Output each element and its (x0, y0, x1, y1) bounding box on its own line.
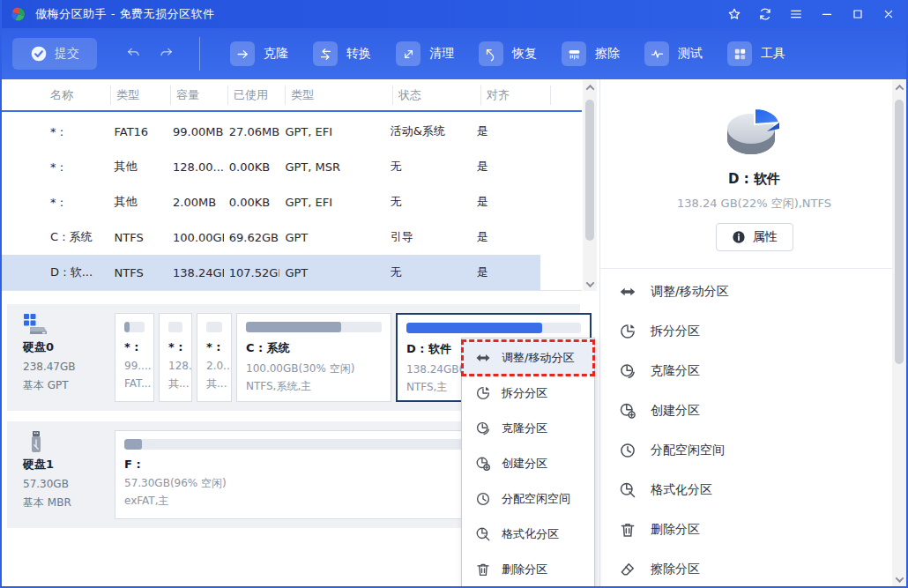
refresh-icon[interactable] (753, 3, 778, 26)
partition-filesystem: 其... (206, 375, 222, 392)
table-cell: 128.00... (167, 160, 224, 174)
column-header[interactable]: 已使用 (227, 86, 285, 105)
column-header[interactable]: 名称 (0, 86, 110, 105)
partition-filesystem: NTFS,系统,主 (246, 377, 382, 395)
context-menu-item[interactable]: 克隆分区 (462, 411, 594, 446)
context-menu-item[interactable]: 分配空闲空间 (462, 481, 594, 517)
table-cell: NTFS (108, 266, 167, 279)
table-scrollbar[interactable] (583, 80, 597, 291)
context-menu-item-label: 分配空闲空间 (502, 491, 570, 507)
scroll-up-arrow[interactable] (583, 80, 597, 94)
disk-info[interactable]: 硬盘0238.47GB基本 GPT (23, 313, 111, 393)
partition-size: 128... (168, 357, 182, 375)
disk-capacity: 57.30GB (23, 478, 111, 490)
scroll-down-arrow[interactable] (583, 277, 597, 291)
scrollbar-thumb[interactable] (585, 100, 594, 241)
maximize-button[interactable] (845, 3, 870, 26)
toolbar-button-tools-grid[interactable]: 工具 (722, 38, 791, 70)
titlebar: 傲梅分区助手 - 免费无损分区软件 (0, 0, 908, 28)
restore-arrow-icon (479, 41, 503, 66)
disk-info[interactable]: 硬盘157.30GB基本 MBR (23, 430, 111, 510)
context-menu-item[interactable]: 删除分区 (462, 552, 594, 587)
table-cell: 其他 (108, 194, 167, 210)
table-row[interactable]: * :FAT1699.00MB27.06MBGPT, EFI活动&系统是 (0, 114, 540, 149)
partition-box[interactable]: * :128...其... (159, 313, 192, 402)
clean-arrows-icon (396, 41, 421, 66)
sidebar-action-format-pie[interactable]: 格式化分区 (600, 470, 908, 510)
hdd-icon (23, 313, 49, 336)
context-menu-item[interactable]: 调整/移动分区 (462, 340, 594, 376)
toolbar-button-restore-arrow[interactable]: 恢复 (473, 38, 542, 70)
sidebar-action-resize-move[interactable]: 调整/移动分区 (600, 272, 908, 311)
toolbar-button-waveform[interactable]: 测试 (639, 38, 708, 70)
table-cell: 2.00MB (167, 196, 224, 209)
partition-box[interactable]: C : 系统100.00GB(30% 空闲)NTFS,系统,主 (236, 313, 391, 402)
menu-hamburger-icon[interactable] (784, 3, 808, 26)
table-cell: GPT (279, 231, 384, 244)
toolbar-button-convert-arrows[interactable]: 转换 (308, 38, 376, 70)
table-cell: 100.00GB (167, 231, 224, 244)
context-menu-item-label: 拆分分区 (502, 385, 547, 401)
sidebar-action-split-pie[interactable]: 拆分分区 (600, 311, 908, 351)
toolbar-button-label: 转换 (346, 46, 371, 62)
sidebar-action-clock[interactable]: 分配空闲空间 (600, 430, 908, 470)
sidebar-scrollbar[interactable] (892, 80, 906, 586)
partition-size: 100.00GB(30% 空闲) (246, 360, 382, 377)
sidebar-action-create-pie[interactable]: 创建分区 (600, 391, 908, 430)
column-header[interactable]: 状态 (392, 86, 480, 105)
close-button[interactable] (876, 3, 901, 26)
toolbar-button-shredder[interactable]: 擦除 (556, 38, 625, 70)
sidebar-action-clone-pie[interactable]: 克隆分区 (600, 351, 908, 391)
table-row[interactable]: * :其他128.00...0.00KBGPT, MSR无是 (0, 149, 540, 184)
undo-icon[interactable] (125, 44, 145, 63)
context-menu-item[interactable]: 拆分分区 (462, 376, 594, 411)
table-row[interactable]: * :其他2.00MB0.00KBGPT, EFI无是 (0, 184, 540, 220)
scroll-up-arrow[interactable] (892, 80, 906, 94)
table-row[interactable]: D : 软...NTFS138.24GB107.52GBGPT无是 (0, 255, 540, 290)
table-cell: NTFS (108, 231, 167, 244)
table-row[interactable]: C : 系统NTFS100.00GB69.62GBGPT引导是 (0, 220, 540, 255)
toolbar-button-clone-arrow[interactable]: 克隆 (225, 38, 294, 70)
sidebar-action-trash[interactable]: 删除分区 (600, 510, 908, 549)
table-cell: 0.00KB (224, 160, 280, 174)
clone-pie-icon (619, 362, 636, 380)
table-cell: 活动&系统 (385, 123, 472, 139)
sidebar-action-label: 格式化分区 (651, 482, 712, 498)
scrollbar-thumb[interactable] (895, 100, 904, 364)
column-header[interactable]: 类型 (285, 86, 392, 105)
partition-pie-chart (718, 106, 792, 162)
properties-label: 属性 (753, 229, 778, 245)
column-header[interactable]: 类型 (110, 86, 170, 105)
context-menu-item[interactable]: 格式化分区 (462, 517, 594, 552)
scroll-down-arrow[interactable] (892, 572, 906, 586)
table-cell: 107.52GB (224, 266, 280, 279)
disk-name: 硬盘0 (23, 339, 111, 355)
column-header[interactable]: 容量 (170, 86, 227, 105)
partition-box[interactable]: * :2.0...其... (197, 313, 232, 402)
context-menu-item[interactable]: 创建分区 (462, 446, 594, 481)
sidebar-action-label: 删除分区 (651, 522, 700, 538)
table-cell: C : 系统 (0, 229, 108, 245)
submit-button[interactable]: 提交 (12, 38, 97, 70)
favorite-star-icon[interactable] (722, 3, 747, 26)
column-header[interactable]: 对齐 (480, 86, 551, 105)
toolbar-button-clean-arrows[interactable]: 清理 (391, 38, 459, 70)
create-pie-icon (475, 456, 491, 472)
context-menu: 调整/移动分区拆分分区克隆分区创建分区分配空闲空间格式化分区删除分区 (461, 338, 595, 588)
toolbar-divider (199, 37, 200, 71)
sidebar-action-eraser[interactable]: 擦除分区 (600, 549, 908, 588)
disk-partition-style: 基本 MBR (23, 495, 111, 510)
selected-partition-name: D : 软件 (600, 171, 908, 188)
sidebar-action-label: 分配空闲空间 (651, 443, 725, 458)
table-cell: 138.24GB (167, 266, 224, 279)
table-cell: * : (0, 160, 108, 174)
redo-icon[interactable] (157, 44, 176, 63)
minimize-button[interactable] (815, 3, 839, 26)
table-cell: 69.62GB (224, 231, 280, 244)
toolbar-button-label: 克隆 (264, 46, 288, 62)
partition-box[interactable]: * :99....FAT... (115, 313, 154, 402)
toolbar-button-label: 工具 (761, 46, 785, 62)
partition-label: * : (124, 340, 145, 354)
app-logo-icon (11, 6, 26, 22)
properties-button[interactable]: 属性 (716, 223, 793, 251)
